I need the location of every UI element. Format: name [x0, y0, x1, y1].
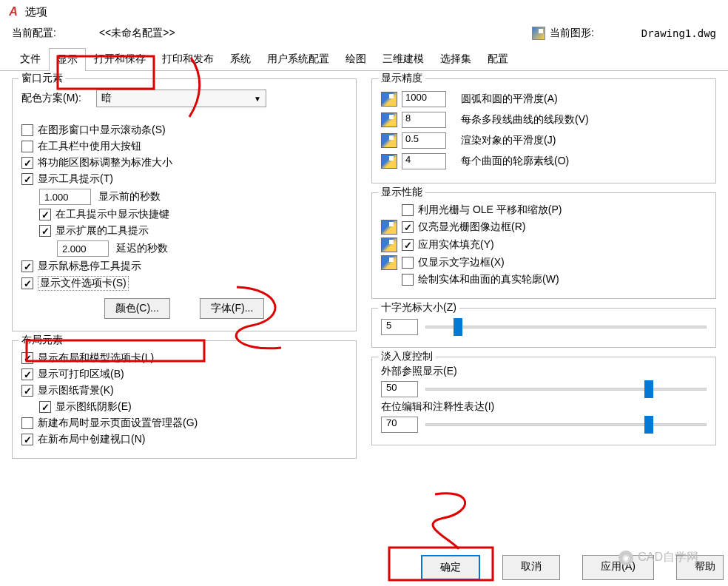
lbl-seconds-before: 显示前的秒数: [98, 190, 161, 203]
chk-tooltips[interactable]: [21, 173, 33, 185]
lbl-raster-frame: 仅亮显光栅图像边框(R): [418, 220, 525, 234]
lbl-polyline: 每条多段线曲线的线段数(V): [461, 113, 589, 127]
lbl-solid-fill: 应用实体填充(Y): [418, 238, 494, 252]
dwg-icon: [381, 112, 397, 127]
dwg-icon: [381, 238, 397, 252]
lbl-shortcuts: 在工具提示中显示快捷键: [55, 208, 169, 221]
config-row: 当前配置: <<未命名配置>> 当前图形: Drawing1.dwg: [0, 24, 728, 43]
crosshair-slider[interactable]: [425, 320, 707, 334]
tab-3dmodel[interactable]: 三维建模: [374, 47, 432, 70]
input-surface[interactable]: 4: [402, 153, 446, 169]
crosshair-title: 十字光标大小(Z): [378, 301, 459, 314]
xref-slider[interactable]: [425, 383, 707, 396]
lbl-delay: 延迟的秒数: [116, 242, 168, 255]
window-elements-title: 窗口元素: [18, 72, 66, 85]
fade-group: 淡入度控制 外部参照显示(E) 50 在位编辑和注释性表达(I) 70: [371, 357, 716, 445]
input-delay[interactable]: 2.000: [57, 240, 109, 257]
display-precision-title: 显示精度: [378, 72, 425, 85]
tab-file[interactable]: 文件: [12, 47, 49, 70]
tab-profiles[interactable]: 配置: [479, 47, 516, 70]
tab-selection[interactable]: 选择集: [432, 47, 479, 70]
tab-display[interactable]: 显示: [49, 48, 86, 71]
chk-resize-icons[interactable]: [21, 157, 33, 169]
current-drawing-value: Drawing1.dwg: [641, 27, 716, 39]
input-render[interactable]: 0.5: [402, 132, 446, 149]
chk-printable[interactable]: [21, 368, 33, 380]
current-drawing-label: 当前图形:: [550, 27, 594, 40]
drawing-icon: [532, 27, 545, 40]
chk-layout-tabs[interactable]: [21, 352, 33, 364]
lbl-viewport: 在新布局中创建视口(N): [38, 433, 145, 446]
xref-label: 外部参照显示(E): [381, 365, 707, 378]
input-polyline[interactable]: 8: [402, 112, 446, 128]
chk-viewport[interactable]: [21, 434, 33, 445]
app-logo: A: [6, 4, 21, 19]
lbl-printable: 显示可打印区域(B): [38, 368, 124, 381]
display-perf-group: 显示性能 利用光栅与 OLE 平移和缩放(P) 仅亮显光栅图像边框(R) 应用实…: [371, 192, 716, 299]
lbl-tooltips: 显示工具提示(T): [38, 172, 113, 186]
input-inplace[interactable]: 70: [381, 417, 418, 433]
lbl-render: 渲染对象的平滑度(J): [461, 134, 556, 147]
layout-elements-group: 布局元素 显示布局和模型选项卡(L) 显示可打印区域(B) 显示图纸背景(K) …: [12, 340, 357, 459]
display-precision-group: 显示精度 1000圆弧和圆的平滑度(A) 8每条多段线曲线的线段数(V) 0.5…: [371, 78, 716, 183]
chk-extended[interactable]: [39, 225, 51, 237]
cancel-button[interactable]: 取消: [502, 555, 560, 580]
chk-raster-frame[interactable]: [402, 221, 414, 233]
display-perf-title: 显示性能: [378, 186, 425, 199]
lbl-paperbg: 显示图纸背景(K): [38, 384, 114, 397]
tab-bar: 文件 显示 打开和保存 打印和发布 系统 用户系统配置 绘图 三维建模 选择集 …: [0, 47, 728, 71]
color-scheme-select[interactable]: 暗 ▼: [96, 90, 266, 107]
lbl-layout-tabs: 显示布局和模型选项卡(L): [38, 351, 154, 365]
dialog-title: 选项: [25, 5, 47, 19]
lbl-papershadow: 显示图纸阴影(E): [55, 400, 132, 414]
inplace-label: 在位编辑和注释性表达(I): [381, 400, 707, 414]
fade-title: 淡入度控制: [378, 350, 436, 363]
chk-papershadow[interactable]: [39, 401, 51, 413]
chk-hover[interactable]: [21, 260, 33, 272]
dwg-icon: [381, 133, 397, 148]
chk-shortcuts[interactable]: [39, 209, 51, 220]
watermark: ◉ CAD自学网: [619, 550, 698, 565]
chevron-down-icon: ▼: [254, 95, 261, 103]
window-elements-group: 窗口元素 配色方案(M): 暗 ▼ 在图形窗口中显示滚动条(S) 在工具栏中使用…: [12, 78, 357, 331]
inplace-slider[interactable]: [425, 418, 707, 431]
lbl-hover: 显示鼠标悬停工具提示: [38, 260, 141, 273]
tab-userpref[interactable]: 用户系统配置: [259, 47, 337, 70]
lbl-raster-pan: 利用光栅与 OLE 平移和缩放(P): [418, 203, 562, 217]
color-scheme-label: 配色方案(M):: [21, 92, 81, 105]
current-config-label: 当前配置:: [12, 27, 56, 40]
lbl-file-tabs: 显示文件选项卡(S): [38, 276, 129, 291]
lbl-big-buttons: 在工具栏中使用大按钮: [38, 140, 141, 153]
lbl-resize-icons: 将功能区图标调整为标准大小: [38, 156, 172, 169]
dwg-icon: [381, 255, 397, 270]
dwg-icon: [381, 92, 397, 107]
input-seconds-before[interactable]: 1.000: [39, 189, 91, 205]
chk-solid-fill[interactable]: [402, 239, 414, 251]
wechat-icon: ◉: [619, 550, 633, 565]
colors-button[interactable]: 颜色(C)...: [104, 298, 170, 319]
lbl-arc: 圆弧和圆的平滑度(A): [461, 92, 558, 106]
input-xref[interactable]: 50: [381, 381, 418, 397]
input-crosshair[interactable]: 5: [381, 319, 418, 335]
chk-text-frame[interactable]: [402, 257, 414, 269]
tab-opensave[interactable]: 打开和保存: [86, 47, 154, 70]
chk-paperbg[interactable]: [21, 385, 33, 397]
chk-raster-pan[interactable]: [402, 204, 414, 216]
chk-big-buttons[interactable]: [21, 141, 33, 152]
chk-scrollbars[interactable]: [21, 124, 33, 136]
chk-true-sil[interactable]: [402, 274, 414, 286]
chk-file-tabs[interactable]: [21, 277, 33, 289]
lbl-text-frame: 仅显示文字边框(X): [418, 256, 505, 269]
ok-button[interactable]: 确定: [421, 555, 480, 580]
current-config-value: <<未命名配置>>: [99, 27, 175, 40]
tab-system[interactable]: 系统: [222, 47, 259, 70]
color-scheme-value: 暗: [101, 92, 112, 105]
tab-plot[interactable]: 打印和发布: [154, 47, 222, 70]
layout-elements-title: 布局元素: [18, 334, 66, 347]
dwg-icon: [381, 220, 397, 235]
chk-pagesetup[interactable]: [21, 417, 33, 429]
input-arc[interactable]: 1000: [402, 91, 446, 107]
lbl-surface: 每个曲面的轮廓素线(O): [461, 155, 569, 168]
fonts-button[interactable]: 字体(F)...: [200, 298, 265, 319]
tab-drafting[interactable]: 绘图: [337, 47, 374, 70]
